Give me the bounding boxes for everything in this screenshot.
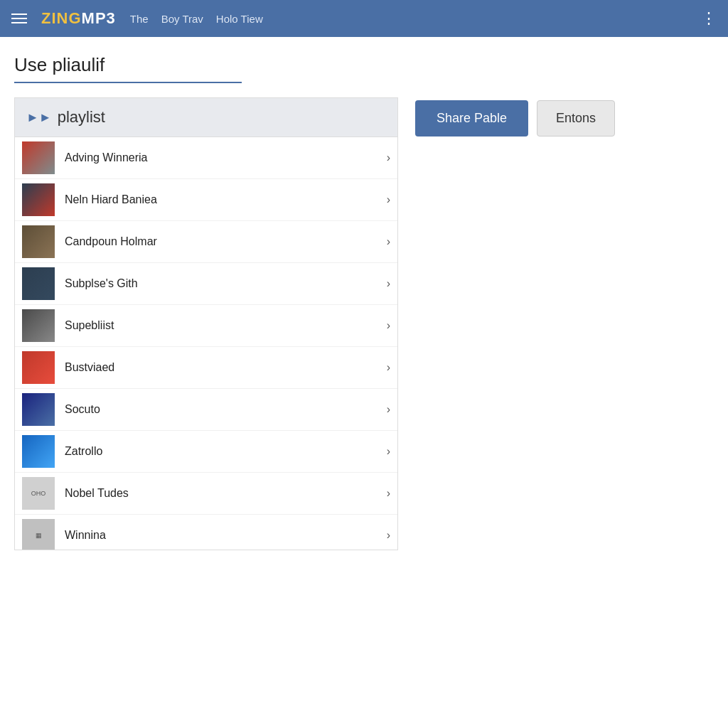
thumb-7 [22,393,55,426]
item-name-3: Candpoun Holmar [65,235,387,248]
header: ZINGMP3 The Boy Trav Holo Tiew ⋮ [0,0,728,37]
playlist-header: ►► playlist [15,98,397,137]
item-name-7: Socuto [65,403,387,416]
thumb-8 [22,435,55,468]
nav-holo-tiew[interactable]: Holo Tiew [216,13,263,25]
thumb-10: ▦ [22,519,55,550]
playlist-forward-icon: ►► [26,110,52,125]
logo-zing: ZING [41,9,82,27]
chevron-right-icon: › [387,319,390,332]
thumb-5 [22,309,55,342]
nav-boy-trav[interactable]: Boy Trav [161,13,203,25]
item-name-8: Zatrollo [65,445,387,458]
chevron-right-icon: › [387,403,390,416]
chevron-right-icon: › [387,235,390,248]
thumb-1 [22,141,55,174]
hamburger-menu-icon[interactable] [11,14,27,23]
item-name-6: Bustviaed [65,361,387,374]
logo: ZINGMP3 [41,9,116,28]
chevron-right-icon: › [387,193,390,206]
list-item[interactable]: ▦ Winnina › [15,515,397,550]
nav-links: The Boy Trav Holo Tiew [130,13,687,25]
thumb-9: OHO [22,477,55,510]
item-name-10: Winnina [65,529,387,542]
thumb-3 [22,225,55,258]
item-name-5: Supebliist [65,319,387,332]
share-pable-button[interactable]: Share Pable [415,100,528,136]
playlist-panel: ►► playlist Adving Winneria › Neln Hiard… [14,97,398,550]
playlist-list[interactable]: Adving Winneria › Neln Hiard Baniea › Ca… [15,137,397,550]
list-item[interactable]: Supebliist › [15,305,397,347]
chevron-right-icon: › [387,445,390,458]
page-title: Use pliaulif [14,54,242,83]
list-item[interactable]: OHO Nobel Tudes › [15,473,397,515]
thumb-6 [22,351,55,384]
logo-mp3: MP3 [82,9,116,27]
chevron-right-icon: › [387,151,390,164]
chevron-right-icon: › [387,361,390,374]
item-name-1: Adving Winneria [65,151,387,164]
chevron-right-icon: › [387,277,390,290]
list-item[interactable]: Zatrollo › [15,431,397,473]
buttons-area: Share Pable Entons [415,100,615,136]
thumb-2 [22,183,55,216]
item-name-4: Subplse's Gith [65,277,387,290]
list-item[interactable]: Neln Hiard Baniea › [15,179,397,221]
entons-button[interactable]: Entons [537,100,615,136]
playlist-label: playlist [58,108,105,127]
item-name-2: Neln Hiard Baniea [65,193,387,206]
list-item[interactable]: Candpoun Holmar › [15,221,397,263]
list-item[interactable]: Subplse's Gith › [15,263,397,305]
main-content: Use pliaulif ►► playlist Adving Winneria… [0,37,728,567]
list-item[interactable]: Socuto › [15,389,397,431]
nav-the[interactable]: The [130,13,149,25]
chevron-right-icon: › [387,487,390,500]
more-options-icon[interactable]: ⋮ [701,9,717,28]
item-name-9: Nobel Tudes [65,487,387,500]
content-row: ►► playlist Adving Winneria › Neln Hiard… [14,97,714,550]
thumb-4 [22,267,55,300]
list-item[interactable]: Bustviaed › [15,347,397,389]
chevron-right-icon: › [387,529,390,542]
list-item[interactable]: Adving Winneria › [15,137,397,179]
